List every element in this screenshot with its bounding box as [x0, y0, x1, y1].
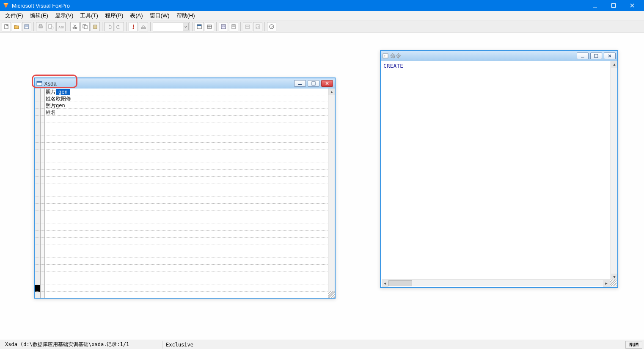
- close-button[interactable]: [623, 0, 641, 11]
- svg-rect-37: [256, 25, 259, 29]
- svg-rect-19: [84, 25, 87, 29]
- modify-button[interactable]: [139, 22, 148, 31]
- paste-button[interactable]: [91, 22, 100, 31]
- autoform-button[interactable]: [243, 22, 252, 31]
- chevron-down-icon: [183, 23, 189, 30]
- app-title: Microsoft Visual FoxPro: [12, 3, 70, 9]
- svg-text:?: ?: [271, 25, 273, 29]
- svg-text:ABC: ABC: [58, 25, 64, 29]
- svg-rect-9: [39, 26, 42, 28]
- toolbar-separator: [192, 22, 193, 31]
- status-numlock: NUM: [625, 341, 642, 349]
- command-window-button[interactable]: [195, 22, 204, 31]
- copy-button[interactable]: [80, 22, 90, 31]
- toolbar: ABC ?: [0, 20, 644, 33]
- redo-button[interactable]: [115, 22, 124, 31]
- toolbar-separator: [240, 22, 241, 31]
- menu-edit[interactable]: 编辑(E): [27, 11, 52, 20]
- svg-rect-22: [133, 25, 134, 28]
- data-session-button[interactable]: [205, 22, 214, 31]
- minimize-button[interactable]: [586, 0, 604, 11]
- svg-rect-8: [25, 27, 28, 28]
- command-window: F 命令 CREATE ▲ ▼ ◀ ▶: [380, 50, 618, 288]
- save-button[interactable]: [22, 22, 31, 31]
- command-title: 命令: [390, 52, 401, 60]
- svg-point-23: [133, 28, 134, 29]
- open-button[interactable]: [12, 22, 21, 31]
- svg-rect-31: [222, 26, 225, 27]
- svg-rect-43: [312, 82, 315, 85]
- database-combo[interactable]: [153, 22, 190, 31]
- menu-tools[interactable]: 工具(T): [77, 11, 102, 20]
- svg-rect-10: [39, 25, 42, 26]
- svg-rect-20: [94, 25, 97, 29]
- scroll-up-icon[interactable]: ▲: [611, 61, 617, 68]
- browse-rows[interactable]: 照片gen 姓名欧阳修 照片gen 姓名: [45, 89, 328, 298]
- new-button[interactable]: [2, 22, 11, 31]
- workspace: Xsda: [0, 33, 644, 340]
- command-close-button[interactable]: [604, 53, 616, 59]
- record-selector-column[interactable]: [35, 89, 41, 298]
- status-mode: Exclusive: [162, 341, 213, 349]
- resize-grip-icon[interactable]: [610, 280, 616, 286]
- print-button[interactable]: [36, 22, 45, 31]
- toolbar-separator: [126, 22, 127, 31]
- toolbar-separator: [216, 22, 217, 31]
- svg-rect-2: [593, 7, 597, 8]
- menu-program[interactable]: 程序(P): [102, 11, 127, 20]
- browse-window: Xsda: [34, 78, 336, 299]
- menubar: 文件(F) 编辑(E) 显示(V) 工具(T) 程序(P) 表(A) 窗口(W)…: [0, 11, 644, 20]
- browse-minimize-button[interactable]: [294, 80, 306, 87]
- svg-rect-48: [581, 57, 584, 58]
- command-horizontal-scrollbar[interactable]: ◀ ▶: [382, 280, 610, 286]
- menu-table[interactable]: 表(A): [127, 11, 146, 20]
- menu-window[interactable]: 窗口(W): [146, 11, 173, 20]
- command-minimize-button[interactable]: [577, 53, 589, 59]
- command-titlebar[interactable]: F 命令: [381, 51, 617, 61]
- svg-rect-27: [207, 25, 212, 28]
- report-button[interactable]: [229, 22, 238, 31]
- browse-close-button[interactable]: [321, 80, 333, 87]
- run-button[interactable]: [129, 22, 138, 31]
- browse-vertical-scrollbar[interactable]: ▲ ▼: [328, 89, 335, 298]
- toolbar-separator: [264, 22, 265, 31]
- command-text[interactable]: CREATE: [381, 61, 611, 287]
- command-icon: F: [383, 53, 388, 59]
- svg-rect-42: [298, 84, 302, 85]
- svg-rect-41: [37, 81, 42, 83]
- browse-row[interactable]: 照片gen: [45, 89, 328, 95]
- browse-row[interactable]: 姓名: [45, 109, 328, 116]
- foxpro-icon: [3, 2, 9, 9]
- browse-row[interactable]: 照片gen: [45, 102, 328, 109]
- svg-rect-26: [197, 25, 201, 26]
- maximize-button[interactable]: [604, 0, 623, 11]
- command-maximize-button[interactable]: [590, 53, 602, 59]
- form-button[interactable]: [219, 22, 228, 31]
- browse-maximize-button[interactable]: [308, 80, 319, 87]
- help-button[interactable]: ?: [267, 22, 276, 31]
- autoreport-button[interactable]: [253, 22, 262, 31]
- print-preview-button[interactable]: [46, 22, 55, 31]
- menu-file[interactable]: 文件(F): [2, 11, 27, 20]
- toolbar-separator: [150, 22, 151, 31]
- scroll-up-icon[interactable]: ▲: [328, 89, 335, 95]
- spell-button[interactable]: ABC: [56, 22, 66, 31]
- menu-help[interactable]: 帮助(H): [173, 11, 198, 20]
- menu-view[interactable]: 显示(V): [52, 11, 77, 20]
- cut-button[interactable]: [70, 22, 80, 31]
- command-vertical-scrollbar[interactable]: ▲ ▼: [611, 61, 617, 287]
- scroll-left-icon[interactable]: ◀: [382, 280, 388, 287]
- command-body[interactable]: CREATE ▲ ▼ ◀ ▶: [381, 61, 617, 287]
- delete-mark-column[interactable]: [41, 89, 45, 298]
- undo-button[interactable]: [105, 22, 114, 31]
- scroll-right-icon[interactable]: ▶: [603, 280, 610, 287]
- table-icon: [36, 80, 42, 86]
- resize-grip-icon[interactable]: [328, 291, 335, 298]
- scrollbar-thumb[interactable]: [388, 280, 412, 286]
- browse-titlebar[interactable]: Xsda: [35, 78, 335, 89]
- svg-rect-3: [612, 4, 616, 8]
- svg-text:F: F: [384, 55, 385, 58]
- browse-row[interactable]: 姓名欧阳修: [45, 95, 328, 102]
- svg-rect-35: [245, 25, 250, 28]
- toolbar-separator: [33, 22, 34, 31]
